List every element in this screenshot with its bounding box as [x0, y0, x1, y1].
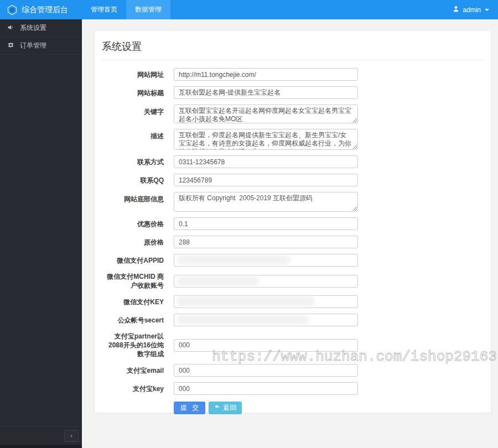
field-input-wrap	[174, 217, 358, 230]
settings-panel: 系统设置 网站网址 网站标题 关键字 描述 联系方式 联系QQ 网站底部信息 优…	[94, 30, 491, 413]
field-input-wrap	[174, 236, 358, 248]
field-label: 支付宝partner以2088开头的16位纯数字组成	[102, 332, 164, 358]
form-row: 网站网址	[102, 68, 484, 81]
speaker-icon	[7, 24, 14, 33]
form-row: 支付宝key	[102, 382, 484, 395]
sidebar-footer: ‹	[0, 426, 82, 445]
page-title: 系统设置	[102, 39, 484, 60]
field-label: 支付宝email	[102, 366, 164, 375]
submit-button[interactable]: 提 交	[174, 402, 205, 414]
original-price-input[interactable]	[174, 236, 358, 248]
field-input-wrap	[174, 339, 358, 352]
site-url-input[interactable]	[174, 68, 358, 81]
field-input-wrap	[174, 86, 358, 99]
alipay-key-input[interactable]	[174, 382, 358, 395]
sidebar-collapse-button[interactable]: ‹	[64, 430, 79, 442]
form-row: 优惠价格	[102, 217, 484, 230]
wechat-secret-input[interactable]	[174, 314, 358, 326]
field-label: 网站标题	[102, 88, 164, 97]
wechat-key-input[interactable]	[174, 295, 358, 308]
field-input-wrap	[174, 174, 358, 186]
sidebar-item-order-management[interactable]: 订单管理	[0, 37, 82, 55]
nav-tabs: 管理首页 数据管理	[82, 0, 170, 19]
footer-info-input[interactable]	[174, 192, 358, 212]
settings-form: 网站网址 网站标题 关键字 描述 联系方式 联系QQ 网站底部信息 优惠价格 原…	[102, 68, 484, 395]
user-name: admin	[463, 6, 481, 14]
title-divider	[102, 60, 484, 60]
wechat-appid-input[interactable]	[174, 254, 358, 267]
field-label: 联系QQ	[102, 176, 164, 185]
chevron-down-icon	[485, 9, 489, 11]
field-input-wrap	[174, 155, 358, 168]
form-row: 原价格	[102, 236, 484, 248]
sidebar-item-system-settings[interactable]: 系统设置	[0, 19, 82, 37]
back-button-label: 返回	[223, 403, 236, 413]
form-row: 联系QQ	[102, 174, 484, 186]
user-icon	[452, 5, 460, 14]
form-row: 支付宝email	[102, 364, 484, 377]
form-row: 微信支付KEY	[102, 295, 484, 308]
nav-tab-home[interactable]: 管理首页	[82, 0, 126, 19]
form-row: 支付宝partner以2088开头的16位纯数字组成	[102, 332, 484, 358]
chevron-left-icon: ‹	[70, 431, 72, 440]
field-input-wrap	[174, 254, 358, 267]
sidebar-item-label: 订单管理	[20, 41, 46, 50]
form-row: 微信支付MCHID 商户收款账号	[102, 272, 484, 290]
back-button[interactable]: 返回	[209, 402, 242, 414]
nav-tab-data[interactable]: 数据管理	[126, 0, 170, 19]
field-input-wrap	[174, 105, 358, 123]
top-navbar: 综合管理后台 管理首页 数据管理 admin	[0, 0, 498, 19]
user-menu[interactable]: admin	[443, 0, 498, 19]
brand-title: 综合管理后台	[22, 5, 68, 15]
sidebar-item-label: 系统设置	[20, 23, 46, 33]
form-row: 网站底部信息	[102, 192, 484, 212]
field-label: 关键字	[102, 105, 164, 116]
form-row: 关键字	[102, 105, 484, 123]
form-actions: 提 交 返回	[174, 402, 484, 414]
field-label: 描述	[102, 129, 164, 140]
field-label: 微信支付MCHID 商户收款账号	[102, 272, 164, 290]
form-row: 网站标题	[102, 86, 484, 99]
form-row: 联系方式	[102, 155, 484, 168]
field-label: 公众帐号secert	[102, 316, 164, 325]
wechat-mchid-input[interactable]	[174, 275, 358, 288]
field-input-wrap	[174, 192, 358, 212]
form-row: 描述	[102, 129, 484, 150]
field-label: 优惠价格	[102, 220, 164, 228]
logo-hexagon-icon	[7, 4, 18, 15]
field-input-wrap	[174, 364, 358, 377]
form-row: 公众帐号secert	[102, 314, 484, 326]
main-content: 系统设置 网站网址 网站标题 关键字 描述 联系方式 联系QQ 网站底部信息 优…	[82, 19, 498, 448]
field-label: 微信支付APPID	[102, 256, 164, 265]
field-input-wrap	[174, 129, 358, 150]
field-label: 网站网址	[102, 70, 164, 79]
field-label: 微信支付KEY	[102, 298, 164, 306]
keywords-input[interactable]	[174, 105, 358, 123]
return-arrow-icon	[214, 404, 221, 412]
field-label: 联系方式	[102, 158, 164, 166]
alipay-email-input[interactable]	[174, 364, 358, 377]
field-input-wrap	[174, 382, 358, 395]
site-title-input[interactable]	[174, 86, 358, 99]
field-input-wrap	[174, 275, 358, 288]
brand: 综合管理后台	[0, 0, 82, 19]
field-input-wrap	[174, 295, 358, 308]
field-label: 原价格	[102, 238, 164, 247]
sidebar: 系统设置 订单管理 ‹	[0, 19, 82, 448]
contact-qq-input[interactable]	[174, 174, 358, 186]
gear-icon	[7, 41, 14, 50]
field-input-wrap	[174, 314, 358, 326]
description-input[interactable]	[174, 129, 358, 150]
contact-phone-input[interactable]	[174, 155, 358, 168]
form-row: 微信支付APPID	[102, 254, 484, 267]
field-input-wrap	[174, 68, 358, 81]
field-label: 支付宝key	[102, 384, 164, 393]
alipay-partner-input[interactable]	[174, 339, 358, 352]
field-label: 网站底部信息	[102, 192, 164, 204]
discount-price-input[interactable]	[174, 217, 358, 230]
sidebar-bottom-strip	[0, 445, 82, 448]
